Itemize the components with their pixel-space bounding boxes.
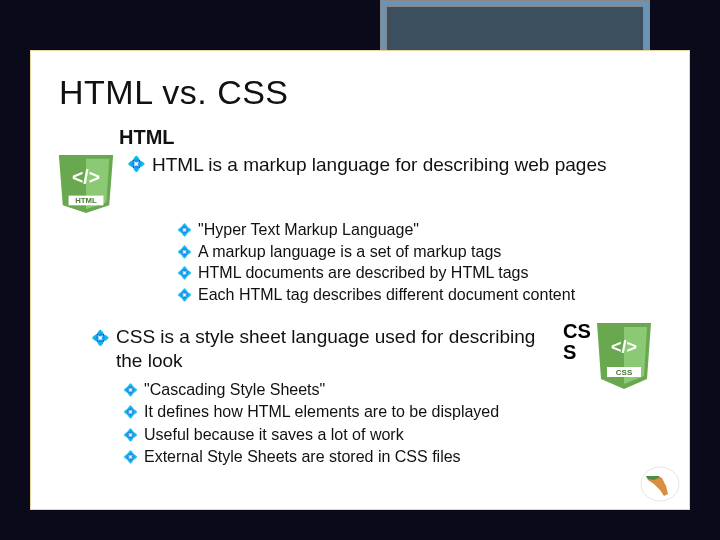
- html-intro: HTML is a markup language for describing…: [152, 153, 606, 177]
- css-point: Useful because it saves a lot of work: [144, 424, 404, 446]
- bullet-icon: 💠: [177, 244, 192, 260]
- css-point: External Style Sheets are stored in CSS …: [144, 446, 461, 468]
- css-logo-icon: </> CSS: [595, 321, 653, 391]
- bullet-icon: 💠: [91, 329, 110, 348]
- html-heading: HTML: [119, 126, 661, 149]
- bullet-icon: 💠: [177, 287, 192, 303]
- html-point: Each HTML tag describes different docume…: [198, 284, 575, 306]
- bullet-icon: 💠: [123, 382, 138, 399]
- bullet-icon: 💠: [123, 427, 138, 444]
- html-logo-icon: </> HTML: [55, 153, 117, 215]
- slide-title: HTML vs. CSS: [59, 73, 661, 112]
- css-point: It defines how HTML elements are to be d…: [144, 401, 499, 423]
- svg-text:</>: </>: [611, 337, 637, 357]
- html-point: HTML documents are described by HTML tag…: [198, 262, 529, 284]
- css-badge-box: CS S </> CSS: [563, 321, 653, 391]
- bullet-icon: 💠: [127, 155, 146, 174]
- bullet-icon: 💠: [123, 449, 138, 466]
- css-point: "Cascading Style Sheets": [144, 379, 325, 401]
- bullet-icon: 💠: [123, 404, 138, 421]
- bullet-icon: 💠: [177, 265, 192, 281]
- css-side-label: CS S: [563, 321, 593, 363]
- slide-panel: HTML vs. CSS HTML </> HTML 💠 HTML is a m…: [30, 50, 690, 510]
- florida-map-icon: [640, 466, 680, 502]
- html-point: A markup language is a set of markup tag…: [198, 241, 501, 263]
- svg-text:</>: </>: [72, 166, 100, 188]
- bullet-icon: 💠: [177, 222, 192, 238]
- svg-text:HTML: HTML: [75, 196, 97, 205]
- css-intro: CSS is a style sheet language used for d…: [116, 325, 541, 373]
- html-point: "Hyper Text Markup Language": [198, 219, 419, 241]
- svg-text:CSS: CSS: [616, 368, 633, 377]
